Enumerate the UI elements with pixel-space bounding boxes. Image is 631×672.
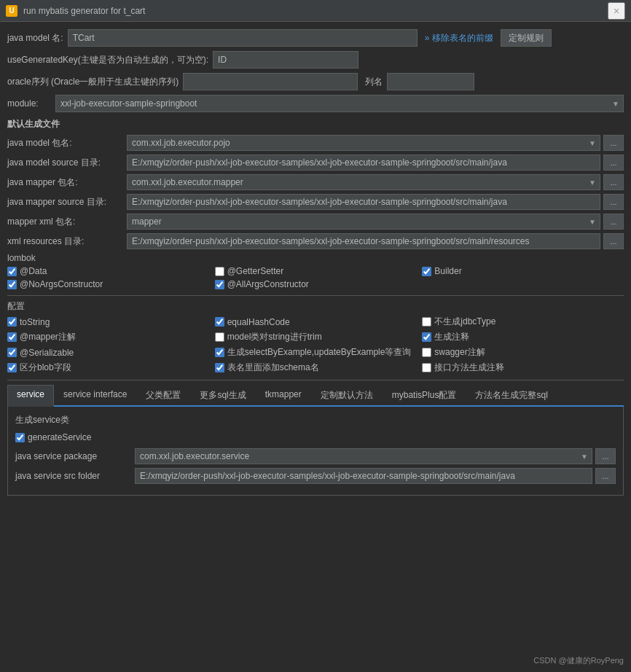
lombok-section: lombok @Data @GetterSetter Builder @NoAr… — [7, 253, 624, 289]
remove-prefix-button[interactable]: » 移除表名的前缀 — [422, 32, 496, 44]
generate-service-label[interactable]: generateService — [28, 432, 91, 442]
java-model-source-input[interactable] — [127, 155, 600, 171]
lombok-data-label[interactable]: @Data — [20, 266, 47, 276]
title-bar: U run mybatis generator for t_cart × — [0, 0, 631, 22]
oracle-label: oracle序列 (Oracle一般用于生成主键的序列) — [7, 76, 179, 88]
java-mapper-package-label: java mapper 包名: — [7, 176, 124, 189]
config-blob-checkbox[interactable] — [7, 363, 17, 372]
config-interface-comment-checkbox[interactable] — [422, 363, 431, 372]
generate-service-checkbox[interactable] — [15, 433, 25, 442]
java-model-source-row: java model source 目录: ... — [7, 155, 624, 171]
custom-rule-button[interactable]: 定制规则 — [501, 29, 552, 47]
tab-service-interface[interactable]: service interface — [54, 385, 136, 405]
xml-resources-input[interactable] — [127, 233, 600, 249]
tab-method-sql[interactable]: 方法名生成完整sql — [466, 385, 557, 405]
use-generated-key-row: useGeneratedKey(主键是否为自动生成的，可为空): — [7, 51, 624, 69]
java-mapper-package-browse-button[interactable]: ... — [603, 174, 624, 190]
config-swagger-label[interactable]: swagger注解 — [434, 346, 485, 359]
lombok-builder-item: Builder — [422, 266, 624, 276]
config-equalhash-checkbox[interactable] — [215, 317, 224, 327]
lombok-allargs-item: @AllArgsConstructor — [215, 279, 417, 289]
use-generated-key-label: useGeneratedKey(主键是否为自动生成的，可为空): — [7, 54, 208, 66]
lombok-getter-label[interactable]: @GetterSetter — [227, 266, 284, 276]
config-serializable-item: @Serializable — [7, 346, 209, 359]
config-tostring-label[interactable]: toString — [20, 317, 50, 327]
tab-parent-config[interactable]: 父类配置 — [136, 385, 190, 405]
column-name-input[interactable] — [387, 73, 474, 90]
java-service-src-browse-button[interactable]: ... — [595, 468, 616, 484]
tab-tkmapper[interactable]: tkmapper — [256, 385, 311, 405]
oracle-input[interactable] — [183, 73, 358, 90]
java-mapper-package-select[interactable]: com.xxl.job.executor.mapper — [127, 174, 600, 190]
java-mapper-source-browse-button[interactable]: ... — [603, 194, 624, 210]
config-mapper-label[interactable]: @mapper注解 — [20, 331, 76, 343]
java-model-package-select[interactable]: com.xxl.job.executor.pojo — [127, 135, 600, 151]
config-tostring-item: toString — [7, 316, 209, 328]
lombok-builder-label[interactable]: Builder — [434, 266, 461, 276]
java-service-package-select[interactable]: com.xxl.job.executor.service — [135, 448, 592, 464]
config-example-label[interactable]: 生成selectByExample,updateByExample等查询 — [227, 346, 412, 359]
config-nojdbc-checkbox[interactable] — [422, 317, 431, 327]
tab-custom-method[interactable]: 定制默认方法 — [311, 385, 383, 405]
lombok-checkboxes: @Data @GetterSetter Builder @NoArgsConst… — [7, 266, 624, 289]
java-mapper-package-row: java mapper 包名: com.xxl.job.executor.map… — [7, 174, 624, 190]
config-tostring-checkbox[interactable] — [7, 317, 17, 327]
module-select[interactable]: xxl-job-executor-sample-springboot — [55, 95, 624, 112]
java-model-package-row: java model 包名: com.xxl.job.executor.pojo… — [7, 135, 624, 151]
java-model-input[interactable] — [68, 29, 418, 47]
lombok-allargs-checkbox[interactable] — [215, 280, 224, 289]
column-name-label: 列名 — [365, 76, 383, 88]
config-nojdbc-label[interactable]: 不生成jdbcType — [434, 316, 495, 328]
lombok-allargs-label[interactable]: @AllArgsConstructor — [227, 279, 309, 289]
java-model-row: java model 名: » 移除表名的前缀 定制规则 — [7, 29, 624, 47]
config-schema-checkbox[interactable] — [215, 363, 224, 372]
lombok-noargs-label[interactable]: @NoArgsConstructor — [20, 279, 103, 289]
window-title: run mybatis generator for t_cart — [23, 6, 608, 16]
java-mapper-source-input[interactable] — [127, 194, 600, 210]
lombok-data-checkbox[interactable] — [7, 267, 17, 276]
config-serializable-checkbox[interactable] — [7, 348, 17, 357]
config-blob-label[interactable]: 区分blob字段 — [20, 362, 71, 374]
lombok-builder-checkbox[interactable] — [422, 267, 431, 276]
tab-mybatisplus[interactable]: mybatisPlus配置 — [383, 385, 466, 405]
generate-service-item: generateService — [15, 432, 616, 442]
java-model-source-browse-button[interactable]: ... — [603, 155, 624, 171]
config-example-checkbox[interactable] — [215, 348, 224, 357]
use-generated-key-input[interactable] — [213, 51, 358, 69]
java-service-src-input[interactable] — [135, 468, 592, 484]
java-service-package-browse-button[interactable]: ... — [595, 448, 616, 464]
tab-service[interactable]: service — [7, 385, 54, 407]
config-trim-label[interactable]: model类对string进行trim — [227, 331, 322, 343]
config-comment-checkbox[interactable] — [422, 332, 431, 342]
service-section-title: 生成service类 — [15, 414, 616, 426]
config-serializable-label[interactable]: @Serializable — [20, 348, 74, 358]
lombok-getter-checkbox[interactable] — [215, 267, 224, 276]
config-interface-comment-label[interactable]: 接口方法生成注释 — [434, 362, 504, 374]
app-icon: U — [6, 5, 17, 17]
default-files-title: 默认生成文件 — [7, 118, 624, 130]
config-swagger-checkbox[interactable] — [422, 348, 431, 357]
lombok-noargs-item: @NoArgsConstructor — [7, 279, 209, 289]
config-schema-item: 表名里面添加schema名 — [215, 362, 417, 374]
config-mapper-checkbox[interactable] — [7, 332, 17, 342]
config-schema-label[interactable]: 表名里面添加schema名 — [227, 362, 319, 374]
java-mapper-package-select-wrapper: com.xxl.job.executor.mapper ▼ — [127, 174, 600, 190]
mapper-xml-package-select[interactable]: mapper — [127, 214, 600, 230]
config-trim-checkbox[interactable] — [215, 332, 224, 342]
config-blob-item: 区分blob字段 — [7, 362, 209, 374]
tab-more-sql[interactable]: 更多sql生成 — [190, 385, 255, 405]
java-service-package-label: java service package — [15, 451, 132, 461]
mapper-xml-package-browse-button[interactable]: ... — [603, 214, 624, 230]
xml-resources-browse-button[interactable]: ... — [603, 233, 624, 249]
close-button[interactable]: × — [608, 2, 625, 20]
mapper-xml-package-label: mapper xml 包名: — [7, 216, 124, 228]
config-comment-label[interactable]: 生成注释 — [434, 331, 469, 343]
config-equalhash-item: equalHashCode — [215, 316, 417, 328]
oracle-row: oracle序列 (Oracle一般用于生成主键的序列) 列名 — [7, 73, 624, 90]
module-label: module: — [7, 98, 51, 109]
java-model-package-browse-button[interactable]: ... — [603, 135, 624, 151]
main-content: java model 名: » 移除表名的前缀 定制规则 useGenerate… — [0, 22, 631, 503]
config-equalhash-label[interactable]: equalHashCode — [227, 317, 290, 327]
divider-2 — [7, 380, 624, 380]
lombok-noargs-checkbox[interactable] — [7, 280, 17, 289]
